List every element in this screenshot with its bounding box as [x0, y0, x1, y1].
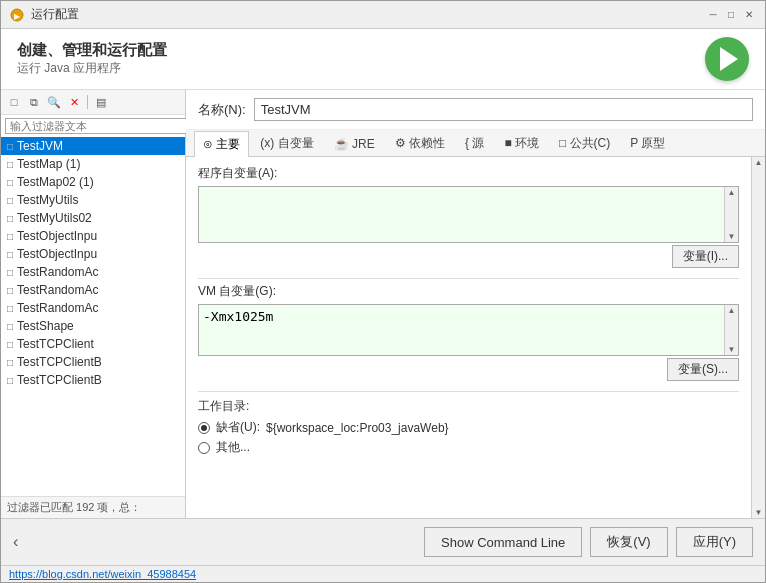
sidebar: □ ⧉ 🔍 ✕ ▤ □ TestJVM □ TestMap (1) □ [1, 90, 186, 518]
copy-config-button[interactable]: ⧉ [25, 93, 43, 111]
sidebar-toolbar: □ ⧉ 🔍 ✕ ▤ [1, 90, 185, 115]
list-item[interactable]: □ TestRandomAc [1, 281, 185, 299]
tab-dependencies[interactable]: ⚙ 依赖性 [386, 130, 454, 156]
tab-jre[interactable]: ☕ JRE [325, 132, 384, 155]
java-icon: □ [7, 177, 13, 188]
list-item[interactable]: □ TestShape [1, 317, 185, 335]
tab-prototype-label: P 原型 [630, 135, 665, 152]
filter-input[interactable] [5, 118, 189, 134]
tab-variables[interactable]: (x) 自变量 [251, 130, 322, 156]
sidebar-list: □ TestJVM □ TestMap (1) □ TestMap02 (1) … [1, 137, 185, 496]
scroll-up-icon[interactable]: ▲ [728, 188, 736, 197]
tab-main-label: ⊙ 主要 [203, 136, 240, 153]
list-item[interactable]: □ TestMyUtils [1, 191, 185, 209]
search-config-button[interactable]: 🔍 [45, 93, 63, 111]
tab-variables-label: (x) 自变量 [260, 135, 313, 152]
list-item[interactable]: □ TestMyUtils02 [1, 209, 185, 227]
new-config-button[interactable]: □ [5, 93, 23, 111]
name-input[interactable] [254, 98, 753, 121]
left-nav-button[interactable]: ‹ [13, 533, 18, 551]
name-label: 名称(N): [198, 101, 246, 119]
item-label: TestRandomAc [17, 265, 98, 279]
tab-env[interactable]: ■ 环境 [495, 130, 548, 156]
list-item[interactable]: □ TestTCPClient [1, 335, 185, 353]
list-item[interactable]: □ TestObjectInpu [1, 245, 185, 263]
maximize-button[interactable]: □ [723, 7, 739, 23]
list-item[interactable]: □ TestMap02 (1) [1, 173, 185, 191]
svg-text:▶: ▶ [14, 12, 21, 21]
status-text: 过滤器已匹配 192 项，总： [7, 501, 141, 513]
java-icon: □ [7, 213, 13, 224]
item-label: TestShape [17, 319, 74, 333]
delete-config-button[interactable]: ✕ [65, 93, 83, 111]
java-icon: □ [7, 375, 13, 386]
list-item[interactable]: □ TestTCPClientB [1, 371, 185, 389]
vm-args-input[interactable]: -Xmx1025m [199, 305, 724, 355]
default-radio[interactable] [198, 422, 210, 434]
header-area: 创建、管理和运行配置 运行 Java 应用程序 [1, 29, 765, 90]
vm-scroll-down-icon[interactable]: ▼ [728, 345, 736, 354]
tab-deps-label: ⚙ 依赖性 [395, 135, 445, 152]
tab-common-label: □ 公共(C) [559, 135, 610, 152]
java-icon: □ [7, 159, 13, 170]
list-item[interactable]: □ TestRandomAc [1, 263, 185, 281]
vars-button-1[interactable]: 变量(I)... [672, 245, 739, 268]
item-label: TestRandomAc [17, 283, 98, 297]
other-radio-label: 其他... [216, 439, 250, 456]
restore-button[interactable]: 恢复(V) [590, 527, 667, 557]
list-item[interactable]: □ TestJVM [1, 137, 185, 155]
window-controls: ─ □ ✕ [705, 7, 757, 23]
apply-button[interactable]: 应用(Y) [676, 527, 753, 557]
tab-main[interactable]: ⊙ 主要 [194, 131, 249, 157]
play-icon [720, 47, 738, 71]
java-icon: □ [7, 231, 13, 242]
item-label: TestMyUtils [17, 193, 78, 207]
scroll-down-icon[interactable]: ▼ [728, 232, 736, 241]
filter-config-button[interactable]: ▤ [92, 93, 110, 111]
list-item[interactable]: □ TestTCPClientB [1, 353, 185, 371]
java-icon: □ [7, 339, 13, 350]
tab-source[interactable]: { 源 [456, 130, 493, 156]
list-item[interactable]: □ TestRandomAc [1, 299, 185, 317]
item-label: TestMyUtils02 [17, 211, 92, 225]
java-icon: □ [7, 195, 13, 206]
title-bar-left: ▶ 运行配置 [9, 6, 79, 23]
content-area: □ ⧉ 🔍 ✕ ▤ □ TestJVM □ TestMap (1) □ [1, 90, 765, 518]
status-link: https://blog.csdn.net/weixin_45988454 [9, 568, 196, 580]
other-radio[interactable] [198, 442, 210, 454]
run-button[interactable] [705, 37, 749, 81]
vm-scroll-up-icon[interactable]: ▲ [728, 306, 736, 315]
bottom-bar: ‹ Show Command Line 恢复(V) 应用(Y) [1, 518, 765, 565]
vars-button-2[interactable]: 变量(S)... [667, 358, 739, 381]
main-scroll-down[interactable]: ▼ [755, 508, 763, 517]
tab-common[interactable]: □ 公共(C) [550, 130, 619, 156]
item-label: TestTCPClient [17, 337, 94, 351]
vars-btn-row-2: 变量(S)... [198, 358, 739, 381]
close-button[interactable]: ✕ [741, 7, 757, 23]
window: ▶ 运行配置 ─ □ ✕ 创建、管理和运行配置 运行 Java 应用程序 □ ⧉… [0, 0, 766, 583]
program-args-input[interactable] [203, 191, 720, 238]
minimize-button[interactable]: ─ [705, 7, 721, 23]
list-item[interactable]: □ TestObjectInpu [1, 227, 185, 245]
main-panel: 名称(N): ⊙ 主要 (x) 自变量 ☕ JRE ⚙ 依赖性 { 源 [186, 90, 765, 518]
tab-prototype[interactable]: P 原型 [621, 130, 674, 156]
program-args-label: 程序自变量(A): [198, 165, 739, 182]
bottom-buttons: Show Command Line 恢复(V) 应用(Y) [424, 527, 753, 557]
status-bar: https://blog.csdn.net/weixin_45988454 [1, 565, 765, 582]
item-label: TestMap02 (1) [17, 175, 94, 189]
tab-jre-label: ☕ JRE [334, 137, 375, 151]
default-radio-row: 缺省(U): ${workspace_loc:Pro03_javaWeb} [198, 419, 739, 436]
header-text: 创建、管理和运行配置 运行 Java 应用程序 [17, 41, 167, 77]
program-args-section: 程序自变量(A): ▲ ▼ 变量(I)... [198, 165, 739, 268]
list-item[interactable]: □ TestMap (1) [1, 155, 185, 173]
main-scroll-up[interactable]: ▲ [755, 158, 763, 167]
vm-args-label: VM 自变量(G): [198, 283, 739, 300]
show-command-line-button[interactable]: Show Command Line [424, 527, 582, 557]
tabs-bar: ⊙ 主要 (x) 自变量 ☕ JRE ⚙ 依赖性 { 源 ■ 环境 [186, 130, 765, 157]
vm-args-section: VM 自变量(G): -Xmx1025m ▲ ▼ 变量(S). [198, 283, 739, 381]
default-radio-label: 缺省(U): [216, 419, 260, 436]
item-label: TestObjectInpu [17, 229, 97, 243]
java-icon: □ [7, 321, 13, 332]
divider-2 [198, 391, 739, 392]
item-label: TestJVM [17, 139, 63, 153]
